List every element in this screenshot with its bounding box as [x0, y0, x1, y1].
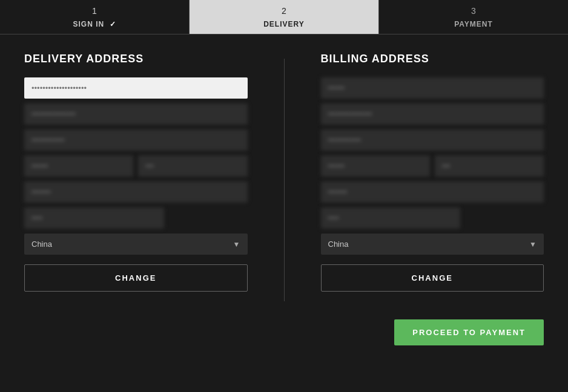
delivery-city-state-row [24, 155, 248, 181]
delivery-country-wrapper: China United States United Kingdom Germa… [24, 234, 248, 255]
step-1-label: SIGN IN ✓ [73, 20, 116, 28]
billing-country-select[interactable]: China United States United Kingdom Germa… [321, 234, 544, 255]
proceed-to-payment-button[interactable]: PROCEED TO PAYMENT [394, 319, 544, 345]
delivery-zip-row [24, 207, 248, 234]
stepper: 1 SIGN IN ✓ 2 DELIVERY 3 PAYMENT [0, 0, 568, 34]
step-1-number: 1 [0, 6, 189, 16]
footer: PROCEED TO PAYMENT [0, 313, 568, 358]
billing-name-field[interactable] [321, 77, 544, 99]
main-content: DELIVERY ADDRESS China United States Uni… [0, 34, 568, 313]
delivery-state-field[interactable] [138, 155, 247, 177]
section-divider [284, 59, 285, 301]
delivery-zip2-field[interactable] [24, 207, 164, 229]
step-1[interactable]: 1 SIGN IN ✓ [0, 0, 190, 34]
step-1-check: ✓ [110, 20, 116, 28]
delivery-zip-field[interactable] [24, 181, 248, 203]
delivery-change-button[interactable]: CHANGE [24, 264, 248, 292]
step-3-label: PAYMENT [454, 20, 493, 28]
delivery-address1-field[interactable] [24, 103, 248, 125]
step-2-number: 2 [190, 6, 378, 16]
billing-zip-field[interactable] [321, 181, 544, 203]
delivery-city-field[interactable] [24, 155, 133, 177]
billing-zip2-field[interactable] [321, 207, 461, 229]
step-3[interactable]: 3 PAYMENT [379, 0, 568, 34]
billing-country-wrapper: China United States United Kingdom Germa… [321, 234, 544, 255]
billing-state-field[interactable] [435, 155, 544, 177]
billing-address-title: BILLING ADDRESS [321, 53, 544, 65]
step-3-number: 3 [379, 6, 568, 16]
delivery-address-section: DELIVERY ADDRESS China United States Uni… [24, 53, 248, 301]
delivery-address-title: DELIVERY ADDRESS [24, 53, 248, 65]
billing-address2-field[interactable] [321, 129, 544, 151]
delivery-address2-field[interactable] [24, 129, 248, 151]
step-2-label: DELIVERY [263, 20, 305, 28]
billing-address1-field[interactable] [321, 103, 544, 125]
billing-address-section: BILLING ADDRESS China United States Unit… [321, 53, 544, 301]
billing-change-button[interactable]: CHANGE [321, 264, 544, 292]
step-2[interactable]: 2 DELIVERY [190, 0, 379, 34]
delivery-name-field[interactable] [24, 77, 248, 99]
billing-zip-row [321, 207, 544, 234]
billing-city-field[interactable] [321, 155, 430, 177]
billing-city-state-row [321, 155, 544, 181]
delivery-country-select[interactable]: China United States United Kingdom Germa… [24, 234, 248, 255]
